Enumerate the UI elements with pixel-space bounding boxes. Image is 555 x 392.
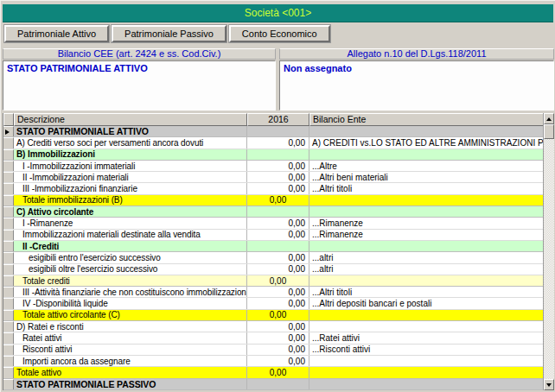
row-marker-cell	[3, 287, 14, 297]
row-descrizione: esigibili oltre l'esercizio successivo	[14, 264, 247, 275]
row-bilancio-ente: ...Rimanenze	[309, 230, 544, 240]
table-row[interactable]: Totale immobilizzazioni (B)0,00	[3, 195, 544, 206]
table-row[interactable]: Importi ancora da assegnare0,00	[3, 356, 544, 367]
row-value-2016: 0,00	[247, 137, 309, 148]
row-value-2016: 0,00	[247, 332, 309, 343]
row-marker-cell	[3, 367, 14, 377]
row-marker-cell	[3, 149, 14, 160]
row-value-2016	[247, 379, 309, 389]
row-value-2016: 0,00	[247, 183, 309, 193]
scroll-down-button[interactable]	[544, 379, 554, 390]
table-row[interactable]: II -Immobilizzazioni materiali0,00...Alt…	[3, 172, 544, 183]
row-value-2016: 0,00	[247, 356, 309, 366]
row-descrizione: A) Crediti verso soci per versamenti anc…	[14, 137, 247, 148]
row-bilancio-ente: ...Altri beni materiali	[309, 172, 544, 182]
table-row[interactable]: STATO PATRIMONIALE ATTIVO	[3, 126, 544, 137]
non-assegnato-label: Non assegnato	[284, 63, 352, 73]
row-descrizione: B) Immobilizzazioni	[14, 149, 247, 160]
row-descrizione: IV -Disponibilità liquide	[14, 298, 247, 308]
table-row[interactable]: STATO PATRIMONIALE PASSIVO	[3, 379, 544, 390]
row-bilancio-ente: ...altri	[309, 264, 544, 275]
row-bilancio-ente	[309, 321, 544, 332]
row-bilancio-ente: ...Altri depositi bancari e postali	[309, 298, 544, 308]
table-row[interactable]: B) Immobilizzazioni	[3, 149, 544, 161]
table-row[interactable]: Totale attivo0,00	[3, 367, 544, 378]
table-row[interactable]: Ratei attivi0,00...Ratei attivi	[3, 332, 544, 344]
row-descrizione: III -Attività finanziarie che non costit…	[14, 287, 247, 297]
row-bilancio-ente	[309, 379, 544, 389]
row-marker-cell	[3, 172, 14, 182]
row-descrizione: II -Crediti	[14, 241, 247, 251]
scrollbar-thumb[interactable]	[544, 124, 554, 139]
row-marker-cell	[3, 230, 14, 240]
row-descrizione: Totale attivo	[14, 367, 247, 377]
table-row[interactable]: Totale crediti0,00	[3, 275, 544, 287]
table-row[interactable]: II -Crediti	[3, 241, 544, 252]
table-row[interactable]: Risconti attivi0,00...Risconti attivi	[3, 345, 544, 356]
row-descrizione: esigibili entro l'esercizio successivo	[14, 252, 247, 262]
row-descrizione: I -Immobilizzazioni immateriali	[14, 161, 247, 171]
non-assegnato-box: Non assegnato	[279, 60, 554, 111]
row-marker-cell	[3, 298, 14, 308]
row-bilancio-ente	[309, 356, 544, 366]
allegato-header: Allegato n.10 del D.Lgs.118/2011	[279, 48, 554, 60]
row-bilancio-ente	[309, 241, 544, 251]
stato-patrimoniale-label: STATO PATRIMONIALE ATTIVO	[7, 63, 148, 73]
row-descrizione: C) Attivo circolante	[14, 206, 247, 217]
table-row[interactable]: I -Rimanenze0,00...Rimanenze	[3, 218, 544, 229]
table-row[interactable]: Totale attivo circolante (C)0,00	[3, 310, 544, 321]
table-row[interactable]: A) Crediti verso soci per versamenti anc…	[3, 137, 544, 149]
row-marker-cell	[3, 356, 14, 366]
row-marker-cell	[3, 252, 14, 262]
row-bilancio-ente: ...Altre	[309, 161, 544, 171]
balance-sheet-grid: Descrizione 2016 Bilancio Ente STATO PAT…	[3, 113, 554, 390]
table-row[interactable]: Immobilizzazioni materiali destinate all…	[3, 230, 544, 241]
row-value-2016: 0,00	[247, 287, 309, 297]
stato-patrimoniale-box: STATO PATRIMONIALE ATTIVO	[3, 60, 276, 111]
row-descrizione: Totale immobilizzazioni (B)	[14, 195, 247, 205]
row-descrizione: Risconti attivi	[14, 345, 247, 355]
table-row[interactable]: esigibili entro l'esercizio successivo0,…	[3, 252, 544, 263]
current-row-arrow-icon	[5, 130, 10, 135]
row-bilancio-ente	[309, 126, 544, 136]
header-marker-cell	[3, 113, 14, 126]
row-bilancio-ente: ...Ratei attivi	[309, 332, 544, 343]
column-header-bilancio-ente: Bilancio Ente	[309, 113, 544, 126]
table-row[interactable]: I -Immobilizzazioni immateriali0,00...Al…	[3, 161, 544, 172]
table-row[interactable]: IV -Disponibilità liquide0,00...Altri de…	[3, 298, 544, 309]
row-bilancio-ente: ...Risconti attivi	[309, 345, 544, 355]
row-marker-cell	[3, 332, 14, 343]
row-value-2016	[247, 126, 309, 136]
column-header-descrizione: Descrizione	[14, 113, 247, 126]
table-row[interactable]: III -Immobilizzazioni finanziarie0,00...…	[3, 183, 544, 194]
row-bilancio-ente	[309, 367, 544, 377]
row-descrizione: Importi ancora da assegnare	[14, 356, 247, 366]
scroll-up-button[interactable]	[544, 113, 554, 124]
tab-patrimoniale-attivo[interactable]: Patrimoniale Attivo	[4, 25, 109, 42]
grid-rows: STATO PATRIMONIALE ATTIVOA) Crediti vers…	[3, 126, 544, 390]
row-marker-cell	[3, 206, 14, 217]
row-descrizione: Immobilizzazioni materiali destinate all…	[14, 230, 247, 240]
scroll-down-icon	[546, 383, 552, 387]
row-value-2016: 0,00	[247, 218, 309, 228]
tab-conto-economico[interactable]: Conto Economico	[229, 25, 330, 42]
tab-patrimoniale-passivo[interactable]: Patrimoniale Passivo	[112, 25, 226, 42]
table-row[interactable]: C) Attivo circolante	[3, 206, 544, 218]
row-marker-cell	[3, 275, 14, 286]
row-descrizione: III -Immobilizzazioni finanziarie	[14, 183, 247, 193]
row-marker-cell	[3, 195, 14, 205]
tab-bar: Patrimoniale Attivo Patrimoniale Passivo…	[4, 25, 333, 42]
table-row[interactable]: esigibili oltre l'esercizio successivo0,…	[3, 264, 544, 275]
column-header-2016: 2016	[247, 113, 309, 126]
table-row[interactable]: D) Ratei e risconti0,00	[3, 321, 544, 332]
row-value-2016: 0,00	[247, 298, 309, 308]
row-marker-cell	[3, 137, 14, 148]
row-value-2016: 0,00	[247, 172, 309, 182]
table-row[interactable]: III -Attività finanziarie che non costit…	[3, 287, 544, 298]
row-marker-cell	[3, 161, 14, 171]
row-descrizione: STATO PATRIMONIALE PASSIVO	[14, 379, 247, 389]
row-bilancio-ente	[309, 206, 544, 217]
row-value-2016: 0,00	[247, 321, 309, 332]
scroll-up-icon	[546, 117, 552, 121]
vertical-scrollbar[interactable]	[543, 113, 554, 390]
